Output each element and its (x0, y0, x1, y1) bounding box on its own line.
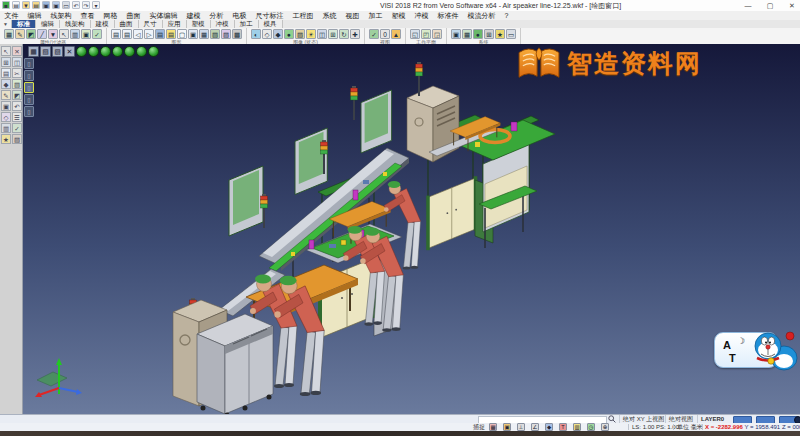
next-doc-icon[interactable]: ▷ (144, 29, 154, 39)
favorites-icon[interactable]: ★ (495, 29, 505, 39)
doc-stack-icon[interactable]: ▣ (188, 29, 198, 39)
menu-item[interactable]: 工程图 (288, 11, 318, 20)
view-flag-icon[interactable]: ▲ (391, 29, 401, 39)
stored-view-2-icon[interactable]: ▯ (24, 70, 34, 81)
close-view-strip-icon[interactable]: ✕ (64, 46, 75, 57)
views-tool-icon[interactable]: ◫ (12, 57, 22, 67)
shade-tool-icon[interactable]: ◩ (12, 90, 22, 100)
layer-filter-icon[interactable]: ▦ (4, 29, 14, 39)
menu-item[interactable]: 标准件 (433, 11, 463, 20)
menu-item[interactable]: 冲模 (410, 11, 433, 20)
print-icon[interactable]: ▭ (62, 1, 70, 9)
view-right-icon[interactable] (148, 46, 159, 57)
active-layer-indicator[interactable]: LAYER0 (697, 415, 724, 423)
view-bottom-icon[interactable] (100, 46, 111, 57)
workplane-xy-icon[interactable]: ◱ (410, 29, 420, 39)
graphics-viewport[interactable]: ▦▧▨✕ ▯▯▯▯▯ 智造资料网 A ☽ T (23, 44, 800, 414)
wireframe-icon[interactable]: ◇ (262, 29, 272, 39)
view-front-icon[interactable] (112, 46, 123, 57)
view-cube-icon[interactable]: ◫ (317, 29, 327, 39)
menu-item[interactable]: 塑模 (387, 11, 410, 20)
ribbon-tab[interactable]: 冲模 (211, 20, 235, 28)
snap-angle-icon[interactable]: ∠ (531, 423, 539, 431)
snap-grid-icon[interactable]: ▦ (489, 423, 497, 431)
undo-tool-icon[interactable]: ↶ (12, 101, 22, 111)
group-icon[interactable]: ▣ (81, 29, 91, 39)
snap-perpendicular-icon[interactable]: ⊥ (517, 423, 525, 431)
render-icon[interactable]: ● (284, 29, 294, 39)
sketch-tool-icon[interactable]: ✎ (1, 90, 11, 100)
units-indicator[interactable]: 单位 毫米 (677, 423, 703, 431)
menu-item[interactable]: 视图 (341, 11, 364, 20)
workplane-indicator[interactable]: 绝对 XY 上视图 (619, 415, 664, 423)
tab-menu-toggle-icon[interactable]: ▼ (0, 20, 12, 28)
ribbon-tab[interactable]: 尺寸 (139, 20, 163, 28)
stored-view-3-icon[interactable]: ▯ (24, 82, 34, 93)
view-iso-icon[interactable] (76, 46, 87, 57)
save-icon[interactable]: ▣ (42, 1, 50, 9)
pan-view-icon[interactable]: ✚ (350, 29, 360, 39)
ime-status-widget[interactable]: A ☽ T (714, 328, 796, 372)
view-confirm-icon[interactable]: ✓ (369, 29, 379, 39)
calculator-icon[interactable]: ▦ (462, 29, 472, 39)
grid-toggle-icon[interactable]: ▦ (28, 46, 39, 57)
zoom-fit-icon[interactable]: ⊞ (328, 29, 338, 39)
stored-view-4-icon[interactable]: ▯ (24, 94, 34, 105)
globe-icon[interactable]: ● (473, 29, 483, 39)
ribbon-tab[interactable]: 标准 (12, 20, 36, 28)
panel-tool-icon[interactable]: ▣ (1, 101, 11, 111)
maximize-button[interactable]: ▢ (764, 0, 776, 11)
light-icon[interactable]: ☀ (306, 29, 316, 39)
new-drawing-icon[interactable]: ▤ (111, 29, 121, 39)
section-tool-icon[interactable]: ▨ (12, 134, 22, 144)
stored-view-5-icon[interactable]: ▯ (24, 106, 34, 117)
redo-icon[interactable]: ↷ (82, 1, 90, 9)
active-doc-icon[interactable]: ▤ (166, 29, 176, 39)
view-top-icon[interactable] (88, 46, 99, 57)
ribbon-tab[interactable]: 建模 (91, 20, 115, 28)
menu-item[interactable]: 尺寸标注 (251, 11, 288, 20)
menu-item[interactable]: 建模 (182, 11, 205, 20)
viewport-3d-scene[interactable] (23, 44, 800, 414)
point-tool-icon[interactable]: ◆ (1, 79, 11, 89)
minimize-button[interactable]: — (742, 0, 754, 11)
trim-tool-icon[interactable]: ✂ (12, 68, 22, 78)
previous-doc-icon[interactable]: ◁ (133, 29, 143, 39)
view-zero-icon[interactable]: 0 (380, 29, 390, 39)
menu-item[interactable]: 线架构 (46, 11, 76, 20)
menu-item[interactable]: ? (500, 11, 513, 20)
snap-timer-icon[interactable]: ◷ (587, 423, 595, 431)
texture-icon[interactable]: ▨ (295, 29, 305, 39)
scale-indicator[interactable]: LS: 1.00 PS: 1.00 (632, 423, 679, 431)
ribbon-tab[interactable]: 曲面 (115, 20, 139, 28)
doc-info-icon[interactable]: ▩ (232, 29, 242, 39)
attribute-pen-icon[interactable]: ✎ (15, 29, 25, 39)
new-file-icon[interactable]: ▤ (12, 1, 20, 9)
stored-view-1-icon[interactable]: ▯ (24, 58, 34, 69)
menu-item[interactable]: 查看 (76, 11, 99, 20)
workplane-align-icon[interactable]: ◲ (432, 29, 442, 39)
view-left-icon[interactable] (136, 46, 147, 57)
favorite-tool-icon[interactable]: ★ (1, 134, 11, 144)
menu-item[interactable]: 分析 (205, 11, 228, 20)
menu-item[interactable]: 文件 (0, 11, 23, 20)
snap-midpoint-icon[interactable]: ◆ (545, 423, 553, 431)
selection-icon[interactable]: ↖ (59, 29, 69, 39)
snap-entity-icon[interactable]: ▣ (503, 423, 511, 431)
list-tool-icon[interactable]: ☰ (12, 112, 22, 122)
menu-item[interactable]: 模流分析 (463, 11, 500, 20)
mask-icon[interactable]: ▥ (70, 29, 80, 39)
apply-attributes-icon[interactable]: ✓ (92, 29, 102, 39)
view-reference-indicator[interactable]: 绝对视图 (665, 415, 693, 423)
grid-tool-icon[interactable]: ⊞ (1, 57, 11, 67)
shaded-icon[interactable]: ◐ (251, 29, 261, 39)
ribbon-tab[interactable]: 应用 (163, 20, 187, 28)
attribute-color-icon[interactable]: ◩ (26, 29, 36, 39)
doc-tool-icon[interactable]: ▤ (1, 68, 11, 78)
menu-item[interactable]: 系统 (318, 11, 341, 20)
view-back-icon[interactable] (124, 46, 135, 57)
ribbon-tab[interactable]: 加工 (235, 20, 259, 28)
open-file-icon[interactable]: ▼ (22, 1, 30, 9)
shaded-mode-icon[interactable]: ▧ (40, 46, 51, 57)
qa-dropdown-icon[interactable]: ▾ (92, 1, 100, 9)
